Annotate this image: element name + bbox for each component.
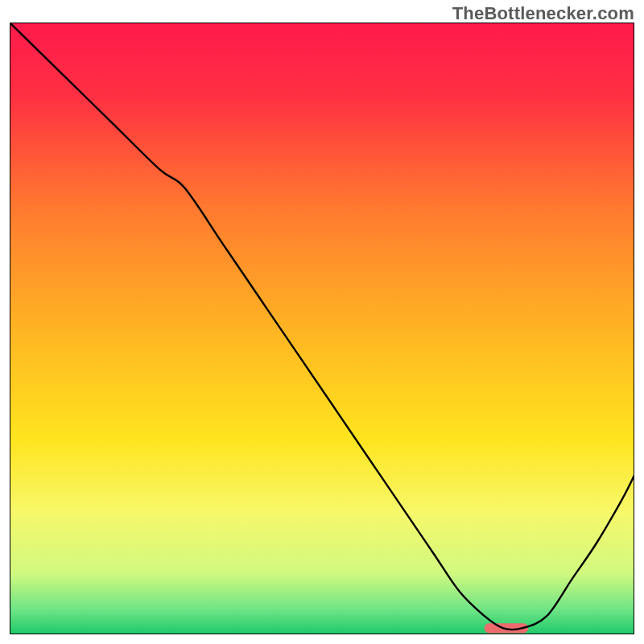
- bottleneck-chart: TheBottlenecker.com: [0, 0, 644, 644]
- watermark-text: TheBottlenecker.com: [452, 3, 634, 24]
- chart-svg: [10, 23, 634, 634]
- plot-area: [10, 23, 634, 634]
